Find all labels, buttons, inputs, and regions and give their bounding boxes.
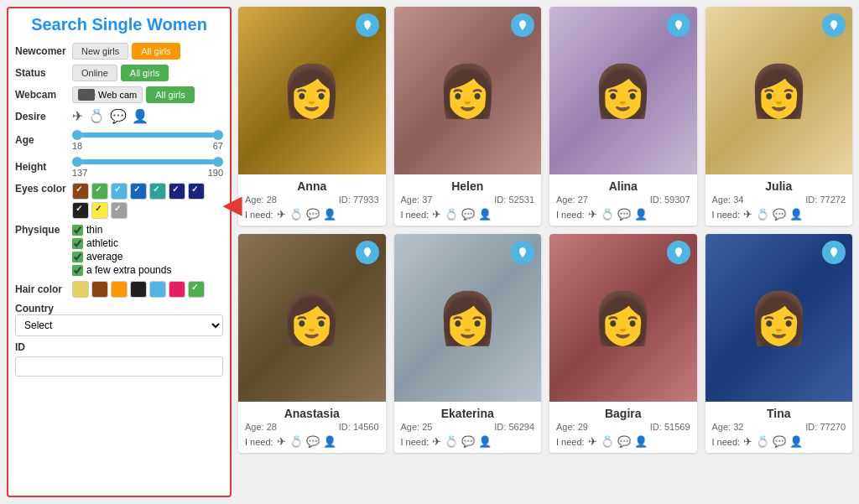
chat-icon[interactable]: 💬 <box>110 108 127 124</box>
alina-chat-icon[interactable]: 💬 <box>617 208 631 221</box>
anna-person-icon[interactable]: 👤 <box>323 208 336 221</box>
newcomer-all-button[interactable]: All girls <box>132 43 180 60</box>
eye-color-darkblue[interactable] <box>169 183 185 200</box>
webcam-button[interactable]: Web cam <box>72 86 143 103</box>
status-all-button[interactable]: All girls <box>121 65 169 81</box>
physique-athletic[interactable]: athletic <box>72 237 223 249</box>
eye-color-green[interactable] <box>91 183 108 200</box>
height-thumb-min[interactable] <box>72 157 82 167</box>
julia-location-badge <box>822 13 846 37</box>
julia-rings-icon[interactable]: 💍 <box>756 208 769 221</box>
bagira-person-icon[interactable]: 👤 <box>634 435 648 448</box>
tina-person-icon[interactable]: 👤 <box>789 435 803 448</box>
webcam-all-button[interactable]: All girls <box>146 86 194 103</box>
newcomer-new-button[interactable]: New girls <box>72 43 128 60</box>
anastasia-rings-icon[interactable]: 💍 <box>289 435 303 448</box>
eye-color-lightblue[interactable] <box>111 183 128 200</box>
age-slider[interactable]: 18 67 <box>72 129 223 151</box>
country-select[interactable]: Select <box>15 314 223 336</box>
profile-image-tina[interactable]: 👩 <box>705 234 853 402</box>
profile-image-alina[interactable]: 👩 <box>549 7 697 174</box>
hair-pink[interactable] <box>169 281 185 298</box>
eye-color-navy[interactable] <box>188 183 205 200</box>
profile-image-anna[interactable]: 👩 <box>238 7 386 174</box>
julia-plane-icon[interactable]: ✈ <box>743 208 752 221</box>
ekaterina-id: ID: 56294 <box>494 422 534 432</box>
julia-chat-icon[interactable]: 💬 <box>773 208 786 221</box>
id-input[interactable] <box>15 356 223 377</box>
profile-image-julia[interactable]: 👩 <box>705 7 853 174</box>
bagira-needs: I need: ✈ 💍 💬 👤 <box>556 435 690 448</box>
anastasia-person-icon[interactable]: 👤 <box>323 435 336 448</box>
eye-color-blue[interactable] <box>130 183 147 200</box>
height-slider[interactable]: 137 190 <box>72 156 223 178</box>
bagira-plane-icon[interactable]: ✈ <box>588 435 597 448</box>
alina-rings-icon[interactable]: 💍 <box>601 208 614 221</box>
plane-icon[interactable]: ✈ <box>72 108 83 124</box>
anastasia-chat-icon[interactable]: 💬 <box>306 435 320 448</box>
rings-icon[interactable]: 💍 <box>88 108 105 124</box>
hair-brown[interactable] <box>91 281 108 298</box>
alina-person-icon[interactable]: 👤 <box>634 208 648 221</box>
tina-plane-icon[interactable]: ✈ <box>743 435 752 448</box>
status-online-button[interactable]: Online <box>72 65 117 81</box>
profile-card-alina: 👩 Alina Age: 27 ID: 59307 I need: ✈ 💍 <box>549 7 697 226</box>
alina-id: ID: 59307 <box>650 195 690 205</box>
hair-black[interactable] <box>130 281 147 298</box>
physique-athletic-label: athletic <box>86 237 118 249</box>
ekaterina-plane-icon[interactable]: ✈ <box>432 435 441 448</box>
ekaterina-rings-icon[interactable]: 💍 <box>445 435 458 448</box>
anna-plane-icon[interactable]: ✈ <box>277 208 286 221</box>
eye-color-gray[interactable] <box>111 202 128 219</box>
helen-rings-icon[interactable]: 💍 <box>445 208 458 221</box>
person-icon[interactable]: 👤 <box>132 108 148 124</box>
hair-orange[interactable] <box>111 281 128 298</box>
height-thumb-max[interactable] <box>213 157 223 167</box>
helen-plane-icon[interactable]: ✈ <box>432 208 441 221</box>
eye-color-teal[interactable] <box>149 183 166 200</box>
physique-athletic-checkbox[interactable] <box>72 238 83 249</box>
eye-color-yellow[interactable] <box>91 202 108 219</box>
ekaterina-needs-label: I need: <box>401 437 430 447</box>
height-track <box>72 159 223 164</box>
webcam-label-text: Web cam <box>98 90 137 100</box>
alina-plane-icon[interactable]: ✈ <box>588 208 597 221</box>
profile-image-helen[interactable]: 👩 <box>394 7 542 174</box>
age-thumb-max[interactable] <box>213 130 223 140</box>
profile-image-bagira[interactable]: 👩 <box>549 234 697 402</box>
ekaterina-person-icon[interactable]: 👤 <box>478 435 492 448</box>
bagira-chat-icon[interactable]: 💬 <box>617 435 631 448</box>
anna-rings-icon[interactable]: 💍 <box>289 208 303 221</box>
age-thumb-min[interactable] <box>72 130 82 140</box>
physique-extra[interactable]: a few extra pounds <box>72 264 223 276</box>
tina-rings-icon[interactable]: 💍 <box>756 435 769 448</box>
height-label: Height <box>15 161 72 173</box>
status-buttons: Online All girls <box>72 65 223 81</box>
hair-blue[interactable] <box>149 281 166 298</box>
anastasia-plane-icon[interactable]: ✈ <box>277 435 286 448</box>
eye-color-black[interactable] <box>72 202 89 219</box>
physique-average-checkbox[interactable] <box>72 252 83 262</box>
helen-chat-icon[interactable]: 💬 <box>461 208 475 221</box>
anna-chat-icon[interactable]: 💬 <box>306 208 320 221</box>
anastasia-name: Anastasia <box>245 407 379 420</box>
helen-person-icon[interactable]: 👤 <box>478 208 492 221</box>
tina-chat-icon[interactable]: 💬 <box>773 435 786 448</box>
tina-id: ID: 77270 <box>805 422 846 432</box>
julia-person-icon[interactable]: 👤 <box>789 208 803 221</box>
anastasia-age: Age: 28 <box>245 422 277 432</box>
bagira-rings-icon[interactable]: 💍 <box>601 435 614 448</box>
physique-extra-checkbox[interactable] <box>72 265 83 276</box>
hair-green[interactable] <box>188 281 205 298</box>
physique-filter: Physique thin athletic average a few ext… <box>15 224 223 276</box>
age-min-label: 18 <box>72 141 82 151</box>
physique-average[interactable]: average <box>72 251 223 262</box>
physique-thin[interactable]: thin <box>72 224 223 236</box>
eye-color-brown[interactable] <box>72 183 89 200</box>
physique-thin-checkbox[interactable] <box>72 225 83 236</box>
profile-image-ekaterina[interactable]: 👩 <box>394 234 542 402</box>
tina-name: Tina <box>712 407 846 420</box>
hair-blonde[interactable] <box>72 281 89 298</box>
profile-image-anastasia[interactable]: 👩 <box>238 234 386 402</box>
ekaterina-chat-icon[interactable]: 💬 <box>461 435 475 448</box>
